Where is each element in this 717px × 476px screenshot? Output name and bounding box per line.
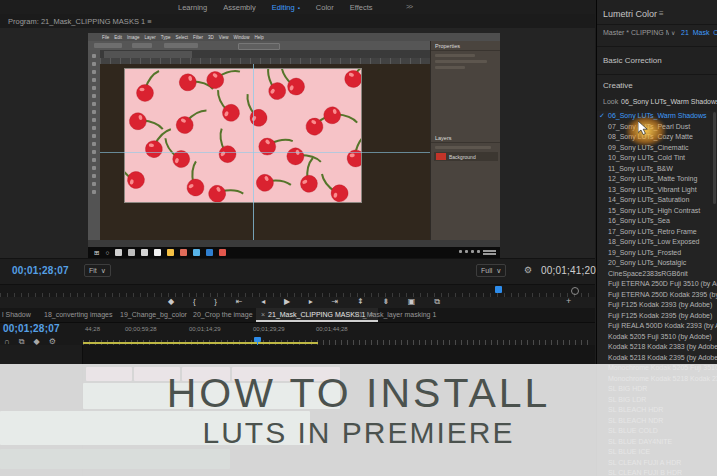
transport-button[interactable]: ⇤: [236, 296, 243, 308]
close-icon[interactable]: ×: [261, 311, 265, 318]
ps-menu-item: 3D: [208, 35, 214, 40]
program-monitor-tab-label: Program: 21_Mask_CLIPPING MASKS 1: [8, 17, 145, 26]
lut-option-label: Fuji F125 Kodak 2393 (by Adobe): [608, 301, 712, 308]
check-icon: ✓: [599, 111, 605, 122]
lut-option[interactable]: ✓16_Sony LUTs_Sea: [597, 216, 717, 227]
lut-option[interactable]: ✓Kodak 5218 Kodak 2383 (by Adobe): [597, 342, 717, 353]
ps-status-bar: [88, 240, 500, 247]
ruler-timecode-label: 00;01;14;29: [189, 326, 221, 332]
workspace-tab[interactable]: Learning▪: [178, 3, 207, 12]
lut-option[interactable]: ✓18_Sony LUTs_Low Exposed: [597, 237, 717, 248]
transport-button[interactable]: {: [193, 296, 196, 308]
look-dropdown[interactable]: Look 06_Sony LUTs_Warm Shadows: [597, 96, 717, 109]
lut-option-label: 14_Sony LUTs_Saturation: [608, 196, 689, 203]
scrollbar-thumb[interactable]: [713, 112, 716, 204]
lut-option[interactable]: ✓12_Sony LUTs_Matte Toning: [597, 174, 717, 185]
lumetri-master-selector[interactable]: Master * CLIPPING MASKS 2...: [603, 29, 669, 36]
lut-option-label: 19_Sony LUTs_Frosted: [608, 249, 681, 256]
look-value: 06_Sony LUTs_Warm Shadows: [621, 98, 717, 105]
lut-option[interactable]: ✓19_Sony LUTs_Frosted: [597, 248, 717, 259]
monitor-playhead[interactable]: [495, 286, 502, 293]
cherries-image: [125, 69, 361, 202]
lut-option[interactable]: ✓Fuji F125 Kodak 2395 (by Adobe): [597, 311, 717, 322]
workspace-tab-label: Learning: [178, 3, 207, 12]
section-creative[interactable]: Creative: [603, 81, 633, 90]
transport-button[interactable]: ▶: [284, 296, 290, 308]
lut-option[interactable]: ✓13_Sony LUTs_Vibrant Light: [597, 185, 717, 196]
lut-option-label: 12_Sony LUTs_Matte Toning: [608, 175, 697, 182]
ps-layers-panel: Layers Background: [430, 133, 500, 240]
monitor-settings-icon[interactable]: ⚙: [524, 265, 532, 275]
transport-button[interactable]: ▣: [408, 296, 416, 308]
timeline-tab[interactable]: ×19_Change_bg_color≡: [120, 308, 187, 322]
work-area-bar[interactable]: [83, 342, 318, 344]
cherries-graphic: [125, 69, 361, 202]
workspace-tab[interactable]: Assembly▪: [223, 3, 256, 12]
workspace-overflow-icon[interactable]: >>: [406, 3, 412, 10]
button-editor-icon[interactable]: +: [566, 296, 571, 306]
lut-option[interactable]: ✓14_Sony LUTs_Saturation: [597, 195, 717, 206]
lut-option[interactable]: ✓10_Sony LUTs_Cold Tint: [597, 153, 717, 164]
zoom-level-dropdown[interactable]: Fit∨: [84, 264, 111, 277]
program-monitor-tab[interactable]: Program: 21_Mask_CLIPPING MASKS 1 ≡: [8, 17, 152, 26]
lut-option-label: 18_Sony LUTs_Low Exposed: [608, 238, 699, 245]
transport-button[interactable]: ⇞: [357, 296, 364, 308]
taskbar-app-icon: [154, 249, 161, 256]
premiere-window: Learning▪Assembly▪Editing▪Color▪Effects▪…: [0, 0, 717, 476]
lut-option-label: Kodak 5218 Kodak 2395 (by Adobe): [608, 354, 717, 361]
banner-subtitle: LUTS IN PREMIERE: [0, 416, 717, 450]
panel-menu-icon[interactable]: ≡: [659, 9, 664, 18]
panel-menu-icon[interactable]: ≡: [147, 17, 151, 26]
mouse-cursor-icon: [638, 121, 649, 136]
lut-option[interactable]: ✓17_Sony LUTs_Retro Frame: [597, 227, 717, 238]
transport-button[interactable]: ⇥: [332, 296, 339, 308]
timeline-tab[interactable]: ×18_converting images≡: [44, 308, 113, 322]
ps-properties-title: Properties: [431, 41, 500, 51]
chevron-down-icon[interactable]: ∨: [671, 29, 675, 36]
playhead-timecode[interactable]: 00;01;28;07: [12, 265, 69, 276]
transport-button[interactable]: ⧉: [434, 296, 440, 308]
workspace-tab[interactable]: Color▪: [316, 3, 334, 12]
workspace-tab[interactable]: Effects▪: [350, 3, 373, 12]
lut-option[interactable]: ✓20_Sony LUTs_Nostalgic: [597, 258, 717, 269]
transport-button[interactable]: }: [214, 296, 217, 308]
lumetri-panel-title[interactable]: Lumetri Color: [603, 9, 657, 19]
lut-option[interactable]: ✓Fuji ETERNA 250D Kodak 2395 (by Adobe): [597, 290, 717, 301]
workspace-tab[interactable]: Editing▪: [272, 3, 300, 12]
playback-resolution-dropdown[interactable]: Full∨: [476, 264, 506, 277]
section-basic-correction[interactable]: Basic Correction: [603, 56, 662, 65]
timeline-tab[interactable]: ×20_Crop the image≡: [193, 308, 253, 322]
lut-option-label: Fuji REALA 500D Kodak 2393 (by Adobe): [608, 322, 717, 329]
windows-taskbar: ⊞ ○: [88, 247, 500, 258]
lut-option[interactable]: ✓Fuji REALA 500D Kodak 2393 (by Adobe): [597, 321, 717, 332]
taskbar-app-icon: [115, 249, 122, 256]
lut-option[interactable]: ✓CineSpace2383sRGB6nit: [597, 269, 717, 280]
playback-resolution-value: Full: [481, 267, 492, 274]
lut-option[interactable]: ✓Kodak 5218 Kodak 2395 (by Adobe): [597, 353, 717, 364]
lut-option[interactable]: ✓11_Sony LUTs_B&W: [597, 164, 717, 175]
transport-button[interactable]: ⇟: [382, 296, 389, 308]
timeline-tab[interactable]: ×l Shadow≡: [2, 308, 31, 322]
lumetri-clip-name[interactable]: 21_Mask_CLIPPING: [681, 29, 717, 36]
monitor-controls: 00;01;28;07 Fit∨ Full∨ ⚙ 00;01;41;20: [0, 258, 595, 285]
scrubber-zoom-handle[interactable]: [571, 287, 579, 295]
lut-option[interactable]: ✓15_Sony LUTs_High Contrast: [597, 206, 717, 217]
chevron-down-icon: ∨: [496, 267, 501, 275]
timeline-tab[interactable]: ×21_Mask_layer masking 1≡: [355, 308, 436, 322]
ps-document-tab-bar: [100, 50, 430, 58]
workspace-tabs: Learning▪Assembly▪Editing▪Color▪Effects▪: [178, 0, 373, 14]
ps-layer-row: Background: [434, 152, 498, 161]
transport-button[interactable]: ◂: [261, 296, 265, 308]
lut-option-label: 15_Sony LUTs_High Contrast: [608, 207, 700, 214]
transport-button[interactable]: ◆: [168, 296, 174, 308]
lut-option[interactable]: ✓Fuji F125 Kodak 2393 (by Adobe): [597, 300, 717, 311]
duration-timecode: 00;01;41;20: [541, 265, 596, 276]
workspace-tab-label: Assembly: [223, 3, 256, 12]
ruler-timecode-label: 00;01;29;29: [253, 326, 285, 332]
lut-option[interactable]: ✓Fuji ETERNA 250D Fuji 3510 (by Adobe): [597, 279, 717, 290]
timeline-timecode[interactable]: 00;01;28;07: [3, 323, 60, 334]
lut-option[interactable]: ✓Kodak 5205 Fuji 3510 (by Adobe): [597, 332, 717, 343]
taskbar-clock: [483, 249, 496, 255]
transport-button[interactable]: ▸: [309, 296, 313, 308]
timeline-tab-label: 18_converting images: [44, 311, 113, 318]
